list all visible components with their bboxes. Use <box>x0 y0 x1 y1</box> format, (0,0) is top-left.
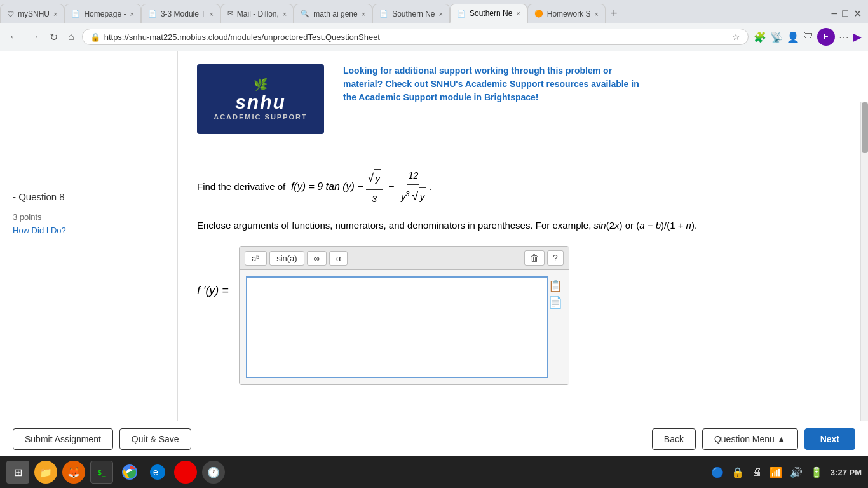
snhu-header: 🌿 snhu ACADEMIC SUPPORT Looking for addi… <box>197 64 849 147</box>
home-button[interactable]: ⌂ <box>65 29 77 45</box>
tab-close-southern1[interactable]: × <box>439 10 443 18</box>
math-input-field[interactable] <box>246 276 548 378</box>
security-icon: 🔒 <box>731 466 744 478</box>
extensions-icon[interactable]: 🧩 <box>754 31 766 43</box>
tab-mail[interactable]: ✉ Mail - Dillon, × <box>220 4 294 23</box>
close-icon[interactable]: ✕ <box>853 8 862 20</box>
sidebar-toggle-icon[interactable]: ▶ <box>853 30 862 44</box>
answer-container: aᵇ sin(a) ∞ α 🗑 ? <box>239 246 569 385</box>
taskbar-red-circle-icon[interactable] <box>174 461 197 484</box>
instructions-text: Enclose arguments of functions, numerato… <box>197 218 849 233</box>
tab-bar: 🛡 mySNHU × 📄 Homepage - × 📄 3-3 Module T… <box>0 0 868 23</box>
input-icon-2[interactable]: 📄 <box>548 295 562 309</box>
volume-icon: 🔊 <box>790 466 803 478</box>
tab-close-mysnhu[interactable]: × <box>53 10 57 18</box>
math-toolbar: aᵇ sin(a) ∞ α 🗑 ? <box>240 247 569 270</box>
window-controls: – □ ✕ <box>831 8 868 20</box>
tab-southern1[interactable]: 📄 Southern Ne × <box>372 4 450 23</box>
help-button[interactable]: ? <box>547 250 564 266</box>
back-nav-button[interactable]: ← <box>6 29 22 45</box>
tab-module[interactable]: 📄 3-3 Module T × <box>141 4 220 23</box>
refresh-button[interactable]: ↻ <box>47 29 60 46</box>
frac-sqrt-y-3: √y 3 <box>366 166 383 208</box>
input-icons: 📋 📄 <box>548 276 562 378</box>
profile-icon[interactable]: 👤 <box>787 31 799 43</box>
input-area: 📋 📄 <box>240 270 569 384</box>
tab-close-homepage[interactable]: × <box>130 10 133 18</box>
print-icon: 🖨 <box>752 466 762 478</box>
submit-assignment-button[interactable]: Submit Assignment <box>13 428 113 450</box>
menu-icon[interactable]: ⋯ <box>839 31 849 43</box>
taskbar-terminal-icon[interactable]: $_ <box>90 461 113 484</box>
browser-actions: 🧩 📡 👤 🛡 E ⋯ ▶ <box>754 28 862 46</box>
sidebar: - Question 8 3 points How Did I Do? <box>0 51 178 457</box>
scrollbar-thumb[interactable] <box>862 102 868 153</box>
tab-homework[interactable]: 🟠 Homework S × <box>527 4 606 23</box>
frac-12-y3sqrty: 12 y3 √y <box>400 166 427 208</box>
url-bar[interactable]: 🔒 https://snhu-mat225.mobius.cloud/modul… <box>82 29 749 45</box>
browser-chrome: 🛡 mySNHU × 📄 Homepage - × 📄 3-3 Module T… <box>0 0 868 51</box>
forward-nav-button[interactable]: → <box>27 29 42 45</box>
tab-close-math[interactable]: × <box>362 10 365 18</box>
alpha-button[interactable]: α <box>329 251 348 266</box>
power-button[interactable]: aᵇ <box>245 251 267 266</box>
cast-icon[interactable]: 📡 <box>770 31 783 43</box>
tab-mysnhu[interactable]: 🛡 mySNHU × <box>0 4 64 23</box>
add-tab-button[interactable]: + <box>606 7 623 20</box>
bluetooth-icon: 🔵 <box>711 466 724 478</box>
url-text: https://snhu-mat225.mobius.cloud/modules… <box>104 32 728 42</box>
tab-southern2-active[interactable]: 📄 Southern Ne × <box>450 4 527 23</box>
snhu-logo-text: snhu <box>235 92 286 113</box>
maximize-icon[interactable]: □ <box>842 8 848 20</box>
sin-button[interactable]: sin(a) <box>269 251 304 266</box>
taskbar-right: 🔵 🔒 🖨 📶 🔊 🔋 3:27 PM <box>711 466 862 478</box>
answer-section: f ′(y) = aᵇ sin(a) ∞ α 🗑 ? <box>197 246 849 385</box>
question-points: 3 points <box>13 212 165 222</box>
address-bar: ← → ↻ ⌂ 🔒 https://snhu-mat225.mobius.clo… <box>0 23 868 51</box>
tab-close-southern2[interactable]: × <box>516 10 520 17</box>
snhu-logo: 🌿 snhu ACADEMIC SUPPORT <box>197 64 324 134</box>
tab-math[interactable]: 🔍 math ai gene × <box>294 4 372 23</box>
shield-icon[interactable]: 🛡 <box>803 31 813 43</box>
infinity-button[interactable]: ∞ <box>307 251 327 266</box>
snhu-leaf-icon: 🌿 <box>254 78 268 92</box>
question-menu-button[interactable]: Question Menu ▲ <box>702 428 798 450</box>
tab-close-mail[interactable]: × <box>283 10 287 18</box>
wifi-icon: 📶 <box>770 466 782 478</box>
how-did-link[interactable]: How Did I Do? <box>13 226 66 235</box>
taskbar-chrome-icon[interactable] <box>118 461 141 484</box>
math-question-text: Find the derivative of f(y) = 9 tan (y) … <box>197 166 849 208</box>
snhu-logo-subtitle: ACADEMIC SUPPORT <box>214 113 308 121</box>
input-icon-1[interactable]: 📋 <box>548 279 562 293</box>
taskbar-clock-icon[interactable]: 🕐 <box>202 461 225 484</box>
battery-icon: 🔋 <box>810 466 823 478</box>
taskbar-files-icon[interactable]: 📁 <box>34 461 57 484</box>
taskbar-workspace-icon[interactable]: ⊞ <box>6 461 29 484</box>
bottom-action-bar: Submit Assignment Quit & Save Back Quest… <box>0 421 868 456</box>
tab-homepage[interactable]: 📄 Homepage - × <box>64 4 140 23</box>
quit-save-button[interactable]: Quit & Save <box>119 428 191 450</box>
math-formula: f(y) = 9 tan (y) − √y 3 − 12 y3 √y . <box>288 181 433 192</box>
taskbar-firefox-icon[interactable]: 🦊 <box>62 461 85 484</box>
taskbar-edge-icon[interactable]: e <box>146 461 169 484</box>
time-display: 3:27 PM <box>831 468 862 477</box>
svg-text:e: e <box>153 467 158 477</box>
taskbar: ⊞ 📁 🦊 $_ e 🕐 🔵 🔒 🖨 📶 🔊 🔋 3:27 PM <box>0 456 868 488</box>
trash-button[interactable]: 🗑 <box>524 250 545 266</box>
answer-container-wrapper: aᵇ sin(a) ∞ α 🗑 ? <box>239 246 569 385</box>
bookmark-icon[interactable]: ☆ <box>732 32 740 42</box>
back-button[interactable]: Back <box>652 428 696 450</box>
question-content: Find the derivative of f(y) = 9 tan (y) … <box>197 166 849 385</box>
next-button[interactable]: Next <box>804 428 855 450</box>
snhu-support-text: Looking for additional support working t… <box>343 64 648 104</box>
tab-close-homework[interactable]: × <box>594 10 598 18</box>
minimize-icon[interactable]: – <box>831 8 837 20</box>
tab-close-module[interactable]: × <box>209 10 213 18</box>
profile-avatar[interactable]: E <box>817 28 835 46</box>
content-area: 🌿 snhu ACADEMIC SUPPORT Looking for addi… <box>178 51 868 457</box>
question-label: - Question 8 <box>13 191 165 202</box>
f-prime-label: f ′(y) = <box>197 246 229 297</box>
lock-icon: 🔒 <box>90 32 100 42</box>
scrollbar-track[interactable] <box>860 102 868 425</box>
